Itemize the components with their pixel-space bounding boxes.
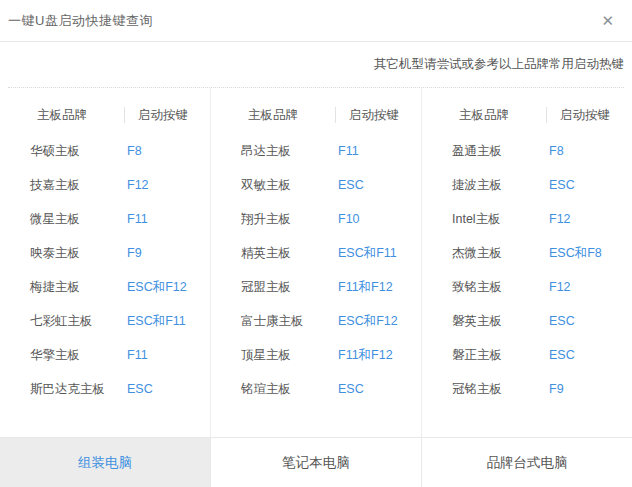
table-row: 翔升主板F10 bbox=[211, 202, 421, 236]
key-cell: F8 bbox=[127, 134, 142, 168]
brand-cell: 梅捷主板 bbox=[30, 270, 80, 304]
key-cell: ESC和F11 bbox=[338, 236, 397, 270]
key-cell: F12 bbox=[549, 270, 571, 304]
column-header-brand: 主板品牌 bbox=[248, 100, 298, 130]
table-column-group-3: 主板品牌启动按键盈通主板F8捷波主板ESCIntel主板F12杰微主板ESC和F… bbox=[421, 88, 632, 437]
table-header-row: 主板品牌启动按键 bbox=[0, 100, 210, 130]
table-row: 昂达主板F11 bbox=[211, 134, 421, 168]
key-cell: F9 bbox=[127, 236, 142, 270]
brand-cell: 微星主板 bbox=[30, 202, 80, 236]
brand-cell: 磐正主板 bbox=[452, 338, 502, 372]
key-cell: ESC bbox=[549, 338, 575, 372]
key-cell: F11 bbox=[127, 202, 148, 236]
brand-cell: 盈通主板 bbox=[452, 134, 502, 168]
key-cell: F10 bbox=[338, 202, 360, 236]
table-row: 冠铭主板F9 bbox=[422, 372, 632, 406]
bottom-tabs: 组装电脑笔记本电脑品牌台式电脑 bbox=[0, 437, 632, 487]
brand-cell: 斯巴达克主板 bbox=[30, 372, 105, 406]
brand-cell: 致铭主板 bbox=[452, 270, 502, 304]
tab-laptop[interactable]: 笔记本电脑 bbox=[210, 438, 421, 487]
table-row: 捷波主板ESC bbox=[422, 168, 632, 202]
key-cell: F11 bbox=[338, 134, 359, 168]
table-row: 致铭主板F12 bbox=[422, 270, 632, 304]
table-row: 精英主板ESC和F11 bbox=[211, 236, 421, 270]
key-cell: F11 bbox=[127, 338, 148, 372]
key-cell: F11和F12 bbox=[338, 270, 393, 304]
key-cell: ESC bbox=[338, 372, 364, 406]
column-header-key: 启动按键 bbox=[138, 100, 188, 130]
table-row: 盈通主板F8 bbox=[422, 134, 632, 168]
key-cell: ESC和F8 bbox=[549, 236, 602, 270]
brand-cell: 映泰主板 bbox=[30, 236, 80, 270]
table-row: 顶星主板F11和F12 bbox=[211, 338, 421, 372]
brand-cell: 顶星主板 bbox=[241, 338, 291, 372]
table-column-group-2: 主板品牌启动按键昂达主板F11双敏主板ESC翔升主板F10精英主板ESC和F11… bbox=[210, 88, 421, 437]
brand-cell: 铭瑄主板 bbox=[241, 372, 291, 406]
table-row: 技嘉主板F12 bbox=[0, 168, 210, 202]
key-cell: ESC和F11 bbox=[127, 304, 186, 338]
column-header-brand: 主板品牌 bbox=[459, 100, 509, 130]
hotkey-query-dialog: 一键U盘启动快捷键查询 ✕ 其它机型请尝试或参考以上品牌常用启动热键 主板品牌启… bbox=[0, 0, 632, 487]
table-row: 铭瑄主板ESC bbox=[211, 372, 421, 406]
brand-cell: 翔升主板 bbox=[241, 202, 291, 236]
column-header-key: 启动按键 bbox=[560, 100, 610, 130]
key-cell: ESC和F12 bbox=[127, 270, 187, 304]
key-cell: ESC bbox=[127, 372, 153, 406]
table-row: 杰微主板ESC和F8 bbox=[422, 236, 632, 270]
tab-assembled-pc[interactable]: 组装电脑 bbox=[0, 438, 210, 487]
hint-text: 其它机型请尝试或参考以上品牌常用启动热键 bbox=[374, 56, 624, 73]
tab-brand-desktop[interactable]: 品牌台式电脑 bbox=[421, 438, 632, 487]
title-bar: 一键U盘启动快捷键查询 ✕ bbox=[0, 0, 632, 42]
table-row: 磐英主板ESC bbox=[422, 304, 632, 338]
key-cell: ESC bbox=[549, 168, 575, 202]
key-cell: F11和F12 bbox=[338, 338, 393, 372]
table-row: 映泰主板F9 bbox=[0, 236, 210, 270]
brand-cell: Intel主板 bbox=[452, 202, 501, 236]
table-header-row: 主板品牌启动按键 bbox=[211, 100, 421, 130]
key-cell: F8 bbox=[549, 134, 564, 168]
table-header-row: 主板品牌启动按键 bbox=[422, 100, 632, 130]
brand-cell: 精英主板 bbox=[241, 236, 291, 270]
table-row: Intel主板F12 bbox=[422, 202, 632, 236]
table-row: 斯巴达克主板ESC bbox=[0, 372, 210, 406]
key-cell: F9 bbox=[549, 372, 564, 406]
key-cell: ESC和F12 bbox=[338, 304, 398, 338]
table-column-group-1: 主板品牌启动按键华硕主板F8技嘉主板F12微星主板F11映泰主板F9梅捷主板ES… bbox=[0, 88, 210, 437]
column-header-key: 启动按键 bbox=[349, 100, 399, 130]
table-row: 微星主板F11 bbox=[0, 202, 210, 236]
table-row: 七彩虹主板ESC和F11 bbox=[0, 304, 210, 338]
key-cell: ESC bbox=[549, 304, 575, 338]
hint-row: 其它机型请尝试或参考以上品牌常用启动热键 bbox=[8, 42, 624, 88]
brand-cell: 冠铭主板 bbox=[452, 372, 502, 406]
close-icon[interactable]: ✕ bbox=[597, 11, 618, 30]
table-row: 华擎主板F11 bbox=[0, 338, 210, 372]
brand-cell: 富士康主板 bbox=[241, 304, 304, 338]
window-title: 一键U盘启动快捷键查询 bbox=[8, 12, 153, 30]
table-row: 冠盟主板F11和F12 bbox=[211, 270, 421, 304]
brand-cell: 七彩虹主板 bbox=[30, 304, 93, 338]
brand-cell: 磐英主板 bbox=[452, 304, 502, 338]
table-row: 双敏主板ESC bbox=[211, 168, 421, 202]
brand-cell: 冠盟主板 bbox=[241, 270, 291, 304]
table-row: 华硕主板F8 bbox=[0, 134, 210, 168]
brand-cell: 杰微主板 bbox=[452, 236, 502, 270]
key-cell: ESC bbox=[338, 168, 364, 202]
column-header-brand: 主板品牌 bbox=[37, 100, 87, 130]
hotkey-table: 主板品牌启动按键华硕主板F8技嘉主板F12微星主板F11映泰主板F9梅捷主板ES… bbox=[0, 88, 632, 437]
brand-cell: 华擎主板 bbox=[30, 338, 80, 372]
key-cell: F12 bbox=[549, 202, 571, 236]
table-row: 富士康主板ESC和F12 bbox=[211, 304, 421, 338]
table-row: 梅捷主板ESC和F12 bbox=[0, 270, 210, 304]
key-cell: F12 bbox=[127, 168, 149, 202]
brand-cell: 华硕主板 bbox=[30, 134, 80, 168]
brand-cell: 技嘉主板 bbox=[30, 168, 80, 202]
brand-cell: 双敏主板 bbox=[241, 168, 291, 202]
table-row: 磐正主板ESC bbox=[422, 338, 632, 372]
brand-cell: 捷波主板 bbox=[452, 168, 502, 202]
brand-cell: 昂达主板 bbox=[241, 134, 291, 168]
